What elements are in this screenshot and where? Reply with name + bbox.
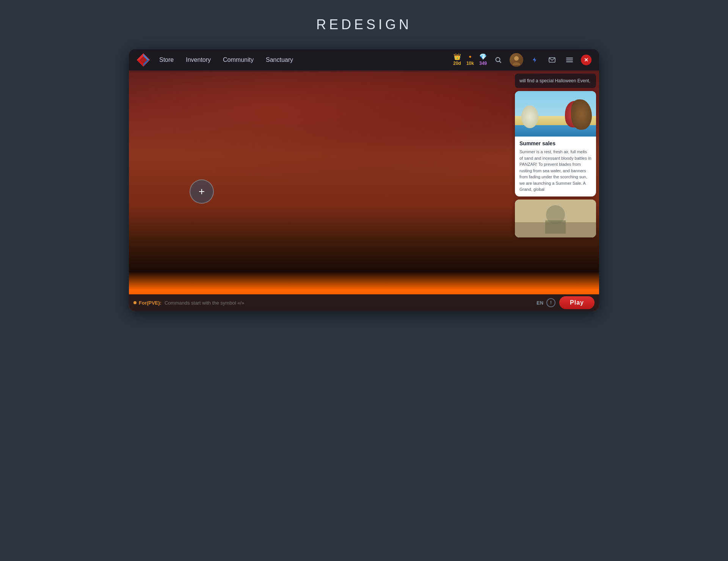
- crown-value: 20d: [453, 61, 461, 66]
- chat-input[interactable]: [165, 300, 533, 306]
- svg-line-7: [500, 61, 501, 63]
- coin-icon: 🔸: [466, 54, 474, 60]
- search-button[interactable]: [492, 54, 504, 66]
- close-button[interactable]: ✕: [581, 55, 592, 65]
- gem-stat: 💎 349: [479, 54, 487, 66]
- coin-stat: 🔸 10k: [466, 54, 474, 66]
- svg-point-8: [514, 56, 519, 61]
- menu-button[interactable]: [563, 54, 576, 66]
- beach-scene: [515, 91, 596, 137]
- play-button[interactable]: Play: [559, 296, 595, 309]
- page-title: REDESIGN: [316, 17, 412, 33]
- news-card-second[interactable]: [515, 200, 596, 237]
- main-container: Store Inventory Community Sanctuary 👑 20…: [129, 49, 599, 311]
- svg-point-9: [513, 62, 520, 65]
- chat-mode: For(PVE):: [133, 300, 162, 306]
- svg-point-6: [496, 58, 500, 62]
- nav-right: 👑 20d 🔸 10k 💎 349: [453, 53, 592, 67]
- chat-bar: For(PVE): EN ! Play: [129, 294, 599, 311]
- news-card-summer[interactable]: Summer sales Summer is a rest, fresh air…: [515, 91, 596, 196]
- navbar: Store Inventory Community Sanctuary 👑 20…: [129, 49, 599, 71]
- gem-icon: 💎: [479, 54, 487, 60]
- add-character-button[interactable]: +: [190, 179, 214, 204]
- language-selector[interactable]: EN: [537, 300, 543, 306]
- nav-store[interactable]: Store: [159, 57, 174, 63]
- nav-community[interactable]: Community: [223, 57, 254, 63]
- feed-preview-text: will find a special Halloween Event,: [515, 74, 596, 88]
- chat-right-actions: ! Play: [546, 296, 595, 309]
- logo-icon[interactable]: [136, 53, 150, 67]
- news-card-description: Summer is a rest, fresh air, full melts …: [519, 149, 592, 193]
- chat-mode-label: For(PVE):: [139, 300, 162, 306]
- nav-sanctuary[interactable]: Sanctuary: [266, 57, 293, 63]
- coin-value: 10k: [466, 61, 474, 66]
- nav-links: Store Inventory Community Sanctuary: [159, 57, 453, 63]
- nav-inventory[interactable]: Inventory: [186, 57, 211, 63]
- svg-rect-17: [545, 220, 566, 234]
- info-button[interactable]: !: [546, 298, 555, 307]
- mail-button[interactable]: [546, 54, 558, 66]
- crown-icon: 👑: [453, 54, 461, 60]
- avatar-button[interactable]: [510, 53, 523, 67]
- crown-stat: 👑 20d: [453, 54, 461, 66]
- chat-indicator: [133, 301, 136, 304]
- boost-button[interactable]: [529, 54, 541, 66]
- news-card-2-image: [515, 200, 596, 237]
- preview-content: will find a special Halloween Event,: [519, 78, 590, 83]
- right-panel: will find a special Halloween Event, Sum…: [512, 71, 599, 294]
- bottom-area: [0, 311, 728, 561]
- news-card-title: Summer sales: [519, 140, 592, 146]
- gem-value: 349: [479, 61, 487, 66]
- news-card-body: Summer sales Summer is a rest, fresh air…: [515, 137, 596, 196]
- news-card-image: [515, 91, 596, 137]
- top-bar: REDESIGN: [0, 0, 728, 49]
